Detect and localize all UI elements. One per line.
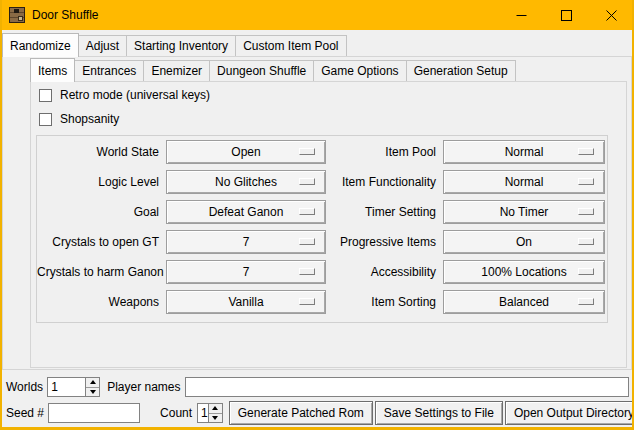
player-names-input[interactable] [185, 377, 630, 397]
items-panel: Retro mode (universal keys) Shopsanity W… [30, 81, 627, 368]
progressive-items-label: Progressive Items [333, 235, 436, 249]
randomize-panel: Items Entrances Enemizer Dungeon Shuffle… [2, 56, 632, 370]
shopsanity-checkbox[interactable] [39, 113, 52, 126]
weapons-dropdown[interactable]: Vanilla [166, 290, 326, 314]
slot-indicator-icon [299, 238, 315, 245]
main-tab-bar: Randomize Adjust Starting Inventory Cust… [2, 33, 632, 56]
player-names-label: Player names [107, 380, 180, 394]
slot-indicator-icon [578, 238, 594, 245]
slot-indicator-icon [299, 268, 315, 275]
retro-mode-label: Retro mode (universal keys) [60, 88, 210, 102]
randomize-sub-notebook: Items Entrances Enemizer Dungeon Shuffle… [30, 58, 627, 368]
item-sorting-label: Item Sorting [333, 295, 436, 309]
generate-patched-rom-button[interactable]: Generate Patched Rom [229, 401, 373, 425]
save-settings-button[interactable]: Save Settings to File [375, 401, 503, 425]
count-value[interactable]: 1 [198, 404, 208, 422]
tab-enemizer[interactable]: Enemizer [143, 60, 210, 81]
tab-items[interactable]: Items [30, 58, 75, 82]
minimize-button[interactable] [499, 0, 544, 30]
spin-up-arrow-icon[interactable] [86, 378, 99, 388]
sub-tab-bar: Items Entrances Enemizer Dungeon Shuffle… [30, 58, 627, 81]
slot-indicator-icon [578, 298, 594, 305]
worlds-value[interactable]: 1 [48, 378, 85, 396]
tab-custom-item-pool[interactable]: Custom Item Pool [235, 35, 346, 56]
count-spinner-arrows[interactable] [208, 404, 222, 422]
slot-indicator-icon [578, 148, 594, 155]
item-pool-dropdown[interactable]: Normal [443, 140, 605, 164]
logic-level-dropdown[interactable]: No Glitches [166, 170, 326, 194]
worlds-spinner[interactable]: 1 [47, 377, 100, 397]
item-functionality-dropdown[interactable]: Normal [443, 170, 605, 194]
tab-adjust[interactable]: Adjust [78, 35, 127, 56]
accessibility-dropdown[interactable]: 100% Locations [443, 260, 605, 284]
slot-indicator-icon [299, 208, 315, 215]
shopsanity-label: Shopsanity [60, 112, 119, 126]
count-spinner[interactable]: 1 [197, 403, 223, 423]
world-state-label: World State [37, 145, 159, 159]
count-label: Count [160, 406, 192, 420]
crystals-harm-ganon-label: Crystals to harm Ganon [37, 265, 159, 279]
slot-indicator-icon [578, 208, 594, 215]
item-functionality-label: Item Functionality [333, 175, 436, 189]
accessibility-label: Accessibility [333, 265, 436, 279]
world-state-dropdown[interactable]: Open [166, 140, 326, 164]
slot-indicator-icon [578, 268, 594, 275]
item-pool-label: Item Pool [333, 145, 436, 159]
close-button[interactable] [589, 0, 634, 30]
maximize-button[interactable] [544, 0, 589, 30]
tab-starting-inventory[interactable]: Starting Inventory [126, 35, 236, 56]
bottom-bar: Worlds 1 Player names Seed # Count 1 [2, 370, 632, 427]
options-frame: World State Open Item Pool Normal Logic … [36, 135, 608, 323]
spin-down-arrow-icon[interactable] [86, 388, 99, 397]
crystals-open-gt-label: Crystals to open GT [37, 235, 159, 249]
slot-indicator-icon [299, 178, 315, 185]
window-controls [499, 0, 634, 30]
slot-indicator-icon [299, 298, 315, 305]
worlds-spinner-arrows[interactable] [85, 378, 99, 396]
seed-input[interactable] [48, 403, 140, 423]
tab-randomize[interactable]: Randomize [2, 33, 79, 57]
weapons-label: Weapons [37, 295, 159, 309]
window-body: Randomize Adjust Starting Inventory Cust… [2, 30, 632, 427]
worlds-label: Worlds [6, 380, 43, 394]
goal-label: Goal [37, 205, 159, 219]
crystals-open-gt-dropdown[interactable]: 7 [166, 230, 326, 254]
door-icon [9, 7, 25, 23]
tab-game-options[interactable]: Game Options [313, 60, 406, 81]
tab-generation-setup[interactable]: Generation Setup [406, 60, 516, 81]
item-sorting-dropdown[interactable]: Balanced [443, 290, 605, 314]
logic-level-label: Logic Level [37, 175, 159, 189]
timer-setting-label: Timer Setting [333, 205, 436, 219]
door-shuffle-window: Door Shuffle Randomize Adjust Starting I… [0, 0, 634, 430]
open-output-directory-button[interactable]: Open Output Directory [505, 401, 634, 425]
goal-dropdown[interactable]: Defeat Ganon [166, 200, 326, 224]
window-title: Door Shuffle [32, 8, 99, 22]
timer-setting-dropdown[interactable]: No Timer [443, 200, 605, 224]
seed-label: Seed # [6, 406, 44, 420]
slot-indicator-icon [299, 148, 315, 155]
tab-entrances[interactable]: Entrances [74, 60, 144, 81]
retro-mode-option[interactable]: Retro mode (universal keys) [39, 87, 626, 103]
shopsanity-option[interactable]: Shopsanity [39, 111, 626, 127]
slot-indicator-icon [578, 178, 594, 185]
crystals-harm-ganon-dropdown[interactable]: 7 [166, 260, 326, 284]
progressive-items-dropdown[interactable]: On [443, 230, 605, 254]
titlebar[interactable]: Door Shuffle [0, 0, 634, 30]
tab-dungeon-shuffle[interactable]: Dungeon Shuffle [209, 60, 314, 81]
spin-down-arrow-icon[interactable] [209, 414, 222, 423]
spin-up-arrow-icon[interactable] [209, 404, 222, 414]
retro-mode-checkbox[interactable] [39, 89, 52, 102]
